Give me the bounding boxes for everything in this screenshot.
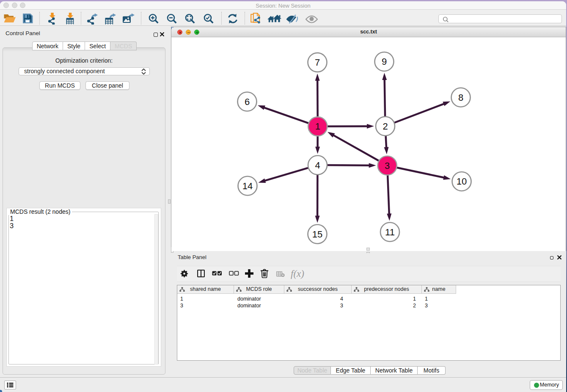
- svg-text:3: 3: [385, 160, 390, 171]
- svg-text:11: 11: [385, 227, 395, 237]
- svg-text:15: 15: [312, 229, 322, 240]
- svg-text:1: 1: [315, 121, 320, 132]
- svg-text:14: 14: [242, 181, 253, 191]
- svg-text:4: 4: [315, 160, 320, 171]
- svg-text:9: 9: [382, 56, 387, 67]
- svg-text:7: 7: [315, 57, 320, 68]
- svg-text:6: 6: [245, 97, 250, 107]
- svg-text:8: 8: [458, 92, 463, 103]
- svg-text:2: 2: [383, 121, 388, 132]
- svg-text:10: 10: [457, 176, 467, 187]
